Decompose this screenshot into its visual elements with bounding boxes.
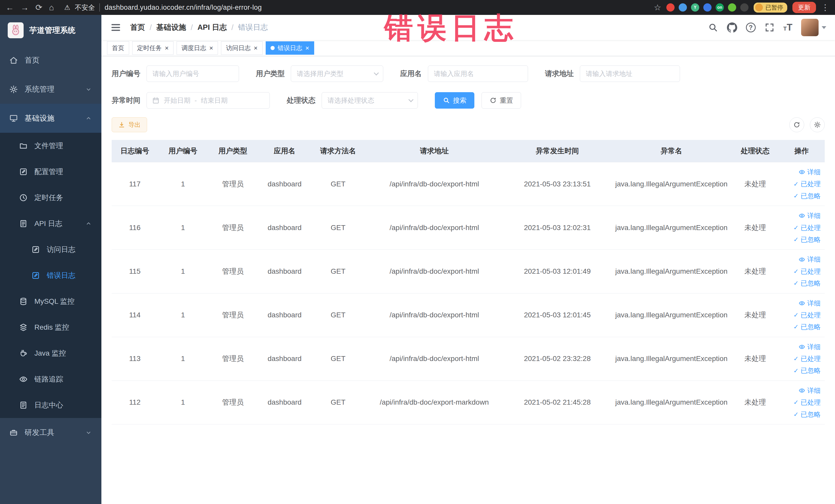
home-icon[interactable]: ⌂ <box>49 3 54 12</box>
user-type-select-input[interactable] <box>291 65 383 82</box>
edit-square-icon <box>31 271 40 280</box>
mark-ignored-link[interactable]: ✓ 已忽略 <box>793 322 821 331</box>
sidebar-item-api-logs[interactable]: API 日志 <box>0 210 101 237</box>
sidebar-item-file-management[interactable]: 文件管理 <box>0 133 101 159</box>
search-icon[interactable] <box>708 22 718 33</box>
sidebar-item-redis-monitor[interactable]: Redis 监控 <box>0 314 101 340</box>
sidebar-item-config-management[interactable]: 配置管理 <box>0 159 101 185</box>
sidebar-item-infrastructure[interactable]: 基础设施 <box>0 104 101 133</box>
detail-link[interactable]: 详细 <box>798 386 821 395</box>
user-menu[interactable] <box>801 19 826 36</box>
check-icon: ✓ <box>793 225 798 231</box>
user-id-input[interactable] <box>147 65 239 82</box>
mark-processed-link[interactable]: ✓ 已处理 <box>793 179 821 188</box>
sidebar-item-mysql-monitor[interactable]: MySQL 监控 <box>0 288 101 314</box>
sidebar-logo-row[interactable]: 芋道管理系统 <box>0 15 101 46</box>
close-icon[interactable]: × <box>209 45 213 52</box>
mark-ignored-link[interactable]: ✓ 已忽略 <box>793 366 821 375</box>
search-button[interactable]: 搜索 <box>435 92 474 108</box>
mark-processed-link[interactable]: ✓ 已处理 <box>793 267 821 276</box>
eye-icon <box>798 212 805 219</box>
sidebar-item-java-monitor[interactable]: Java 监控 <box>0 340 101 366</box>
request-url-input[interactable] <box>580 65 680 82</box>
browser-menu-icon[interactable]: ⋮ <box>821 3 829 12</box>
reload-icon[interactable]: ⟳ <box>36 3 42 12</box>
top-navbar: 首页 / 基础设施 / API 日志 / 错误日志 ? T T <box>101 15 835 40</box>
tab-dispatch-logs[interactable]: 调度日志 × <box>177 41 218 55</box>
sidebar-item-trace[interactable]: 链路追踪 <box>0 366 101 392</box>
detail-link[interactable]: 详细 <box>798 167 821 177</box>
tab-scheduled-tasks[interactable]: 定时任务 × <box>132 41 174 55</box>
cell-app-name: dashboard <box>258 206 311 249</box>
reset-button[interactable]: 重置 <box>482 92 521 108</box>
exception-time-range-picker[interactable]: 开始日期 - 结束日期 <box>147 92 270 108</box>
close-icon[interactable]: × <box>305 45 309 52</box>
fullscreen-icon[interactable] <box>765 22 775 33</box>
bookmark-star-icon[interactable]: ☆ <box>654 3 661 12</box>
extension-icon[interactable] <box>666 3 675 12</box>
sidebar-item-devtools[interactable]: 研发工具 <box>0 418 101 447</box>
tab-access-logs[interactable]: 访问日志 × <box>221 41 262 55</box>
app-name-input[interactable] <box>428 65 528 82</box>
browser-update-button[interactable]: 更新 <box>792 2 816 13</box>
user-type-select[interactable] <box>291 65 383 82</box>
github-icon[interactable] <box>727 22 737 33</box>
detail-link[interactable]: 详细 <box>798 211 821 220</box>
page-content: 用户编号 用户类型 应用名 请求地址 <box>101 56 835 504</box>
table-row: 112 1 管理员 dashboard GET /api/infra/db-do… <box>111 381 825 424</box>
refresh-table-button[interactable] <box>789 117 804 132</box>
process-status-select[interactable] <box>322 92 418 108</box>
chevron-up-icon <box>85 220 92 227</box>
sidebar-item-home[interactable]: 首页 <box>0 46 101 75</box>
sidebar-item-scheduled-tasks[interactable]: 定时任务 <box>0 185 101 210</box>
paused-extension-badge[interactable]: 已暂停 <box>754 3 787 13</box>
mark-ignored-link[interactable]: ✓ 已忽略 <box>793 235 821 244</box>
export-button[interactable]: 导出 <box>111 117 147 132</box>
tab-home[interactable]: 首页 <box>107 41 129 55</box>
mark-processed-link[interactable]: ✓ 已处理 <box>793 310 821 320</box>
extension-icon[interactable] <box>679 3 687 12</box>
extension-icon[interactable]: on <box>716 3 724 12</box>
avatar[interactable] <box>801 19 819 36</box>
sidebar-item-error-logs[interactable]: 错误日志 <box>0 262 101 288</box>
mark-processed-link[interactable]: ✓ 已处理 <box>793 398 821 407</box>
cell-user-id: 1 <box>158 206 208 249</box>
close-icon[interactable]: × <box>165 45 169 52</box>
check-icon: ✓ <box>793 411 798 418</box>
close-icon[interactable]: × <box>253 45 258 52</box>
sidebar-toggle-icon[interactable] <box>110 22 121 33</box>
detail-link-label: 详细 <box>807 255 821 264</box>
tab-label: 调度日志 <box>182 44 206 52</box>
mark-ignored-link[interactable]: ✓ 已忽略 <box>793 191 821 201</box>
detail-link[interactable]: 详细 <box>798 299 821 308</box>
breadcrumb-separator: / <box>231 23 233 32</box>
folder-icon <box>19 141 28 150</box>
sidebar-item-log-center[interactable]: 日志中心 <box>0 392 101 418</box>
url-text[interactable]: dashboard.yudao.iocoder.cn/infra/log/api… <box>104 4 262 12</box>
help-icon[interactable]: ? <box>746 23 756 32</box>
extension-icon[interactable]: Y <box>691 3 699 12</box>
process-status-select-input[interactable] <box>322 92 418 108</box>
cell-user-id: 1 <box>158 381 208 424</box>
detail-link[interactable]: 详细 <box>798 255 821 264</box>
mark-ignored-link[interactable]: ✓ 已忽略 <box>793 279 821 288</box>
detail-link[interactable]: 详细 <box>798 342 821 351</box>
tab-error-logs[interactable]: 错误日志 × <box>266 41 314 55</box>
extension-icon[interactable] <box>740 3 749 12</box>
breadcrumb-infra[interactable]: 基础设施 <box>156 22 186 33</box>
download-icon <box>118 121 125 128</box>
forward-icon[interactable]: → <box>21 3 29 12</box>
sidebar-item-system[interactable]: 系统管理 <box>0 75 101 104</box>
address-bar[interactable]: ⚠ 不安全 dashboard.yudao.iocoder.cn/infra/l… <box>64 3 262 12</box>
breadcrumb-api-log[interactable]: API 日志 <box>197 22 227 33</box>
breadcrumb-home[interactable]: 首页 <box>130 22 145 33</box>
sidebar-item-access-logs[interactable]: 访问日志 <box>0 237 101 262</box>
back-icon[interactable]: ← <box>6 3 14 12</box>
extension-icon[interactable] <box>728 3 736 12</box>
extension-icon[interactable] <box>703 3 712 12</box>
mark-processed-link[interactable]: ✓ 已处理 <box>793 223 821 233</box>
column-settings-button[interactable] <box>810 117 825 132</box>
mark-processed-link[interactable]: ✓ 已处理 <box>793 354 821 363</box>
mark-ignored-link[interactable]: ✓ 已忽略 <box>793 410 821 419</box>
font-size-icon[interactable]: T T <box>783 22 792 33</box>
